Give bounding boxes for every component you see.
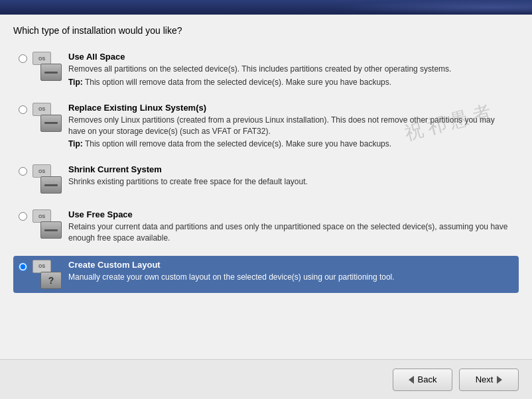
option-row-replace-existing[interactable]: OSReplace Existing Linux System(s)Remove… xyxy=(13,99,519,153)
drive-icon xyxy=(40,176,62,194)
option-desc-create-custom: Manually create your own custom layout o… xyxy=(68,272,513,283)
options-list: OSUse All SpaceRemoves all partitions on… xyxy=(13,48,519,293)
drive-slot-icon xyxy=(44,184,58,186)
option-title-shrink-current: Shrink Current System xyxy=(68,164,513,174)
os-label-icon: OS xyxy=(33,164,51,178)
option-row-use-free-space[interactable]: OSUse Free SpaceRetains your current dat… xyxy=(13,205,519,248)
next-button[interactable]: Next xyxy=(459,369,519,391)
option-tip-use-all-space: Tip: This option will remove data from t… xyxy=(68,78,513,87)
option-row-use-all-space[interactable]: OSUse All SpaceRemoves all partitions on… xyxy=(13,48,519,91)
drive-slot-icon xyxy=(44,122,58,124)
icon-replace-existing: OS xyxy=(33,103,62,132)
option-row-shrink-current[interactable]: OSShrink Current SystemShrinks existing … xyxy=(13,160,519,198)
next-button-label: Next xyxy=(476,374,494,384)
option-title-create-custom: Create Custom Layout xyxy=(68,260,513,270)
os-label-icon: OS xyxy=(33,52,51,65)
option-title-use-free-space: Use Free Space xyxy=(68,209,513,219)
drive-icon xyxy=(40,64,62,81)
icon-shrink-current: OS xyxy=(33,164,62,194)
back-arrow-icon xyxy=(409,376,414,384)
option-title-use-all-space: Use All Space xyxy=(68,52,513,62)
os-label-icon: OS xyxy=(33,103,51,116)
os-label-icon: OS xyxy=(33,209,51,223)
next-arrow-icon xyxy=(497,376,502,384)
radio-replace-existing[interactable] xyxy=(19,105,27,114)
icon-create-custom: OS? xyxy=(33,260,62,289)
icon-use-all-space: OS xyxy=(33,52,62,81)
icon-use-free-space: OS xyxy=(33,209,62,239)
main-content: Which type of installation would you lik… xyxy=(0,15,532,359)
radio-use-all-space[interactable] xyxy=(19,54,27,63)
footer: Back Next xyxy=(0,359,532,399)
drive-slot-icon xyxy=(44,72,58,74)
option-desc-use-all-space: Removes all partitions on the selected d… xyxy=(68,64,513,75)
option-desc-replace-existing: Removes only Linux partitions (created f… xyxy=(68,115,513,137)
radio-use-free-space[interactable] xyxy=(19,212,27,221)
option-row-create-custom[interactable]: OS?Create Custom LayoutManually create y… xyxy=(13,256,519,293)
top-bar xyxy=(0,0,532,15)
back-button-label: Back xyxy=(418,374,437,384)
page-question: Which type of installation would you lik… xyxy=(13,25,519,36)
option-desc-use-free-space: Retains your current data and partitions… xyxy=(68,221,513,244)
option-title-replace-existing: Replace Existing Linux System(s) xyxy=(68,103,513,113)
drive-icon xyxy=(40,221,62,239)
drive-icon xyxy=(40,115,62,132)
question-icon: ? xyxy=(40,272,62,289)
option-desc-shrink-current: Shrinks existing partitions to create fr… xyxy=(68,176,513,188)
back-button[interactable]: Back xyxy=(393,369,452,391)
top-bar-decoration xyxy=(333,0,532,15)
drive-slot-icon xyxy=(44,229,58,231)
radio-create-custom[interactable] xyxy=(19,262,27,271)
os-label-icon: OS xyxy=(33,260,51,273)
option-tip-replace-existing: Tip: This option will remove data from t… xyxy=(68,139,513,148)
radio-shrink-current[interactable] xyxy=(19,167,27,176)
